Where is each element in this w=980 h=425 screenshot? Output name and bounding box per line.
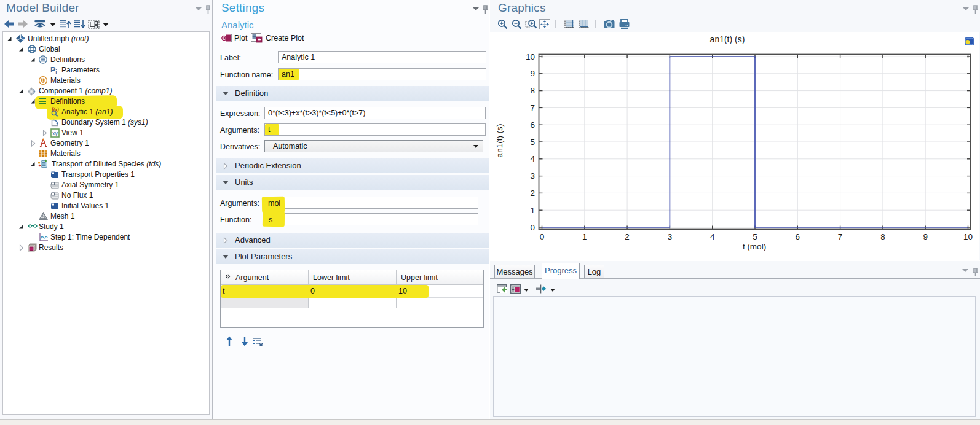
svg-text:5: 5 [530, 138, 535, 147]
svg-text:4: 4 [530, 154, 535, 163]
svg-text:8: 8 [530, 86, 535, 95]
svg-text:8: 8 [880, 232, 885, 241]
svg-text:4: 4 [710, 232, 715, 241]
svg-text:0: 0 [540, 232, 545, 241]
svg-text:1: 1 [582, 232, 587, 241]
svg-text:xy: xy [52, 130, 58, 136]
svg-text:7: 7 [838, 232, 843, 241]
svg-text:10: 10 [963, 232, 973, 241]
svg-text:3: 3 [530, 171, 535, 181]
svg-text:2: 2 [530, 189, 535, 198]
svg-text:6: 6 [530, 120, 535, 130]
svg-text:5: 5 [753, 232, 757, 241]
svg-text:7: 7 [530, 103, 535, 112]
svg-text:1: 1 [530, 206, 535, 215]
svg-text:9: 9 [923, 232, 928, 241]
svg-text:10: 10 [526, 52, 535, 61]
svg-text:6: 6 [796, 232, 800, 241]
svg-text:0: 0 [530, 223, 535, 232]
svg-text:9: 9 [530, 69, 535, 78]
svg-text:an1(t) (s): an1(t) (s) [710, 34, 745, 44]
svg-text:t (mol): t (mol) [743, 242, 766, 251]
svg-text:3: 3 [668, 232, 673, 241]
svg-text:an1(t) (s): an1(t) (s) [495, 124, 504, 158]
svg-text:2: 2 [625, 232, 630, 241]
